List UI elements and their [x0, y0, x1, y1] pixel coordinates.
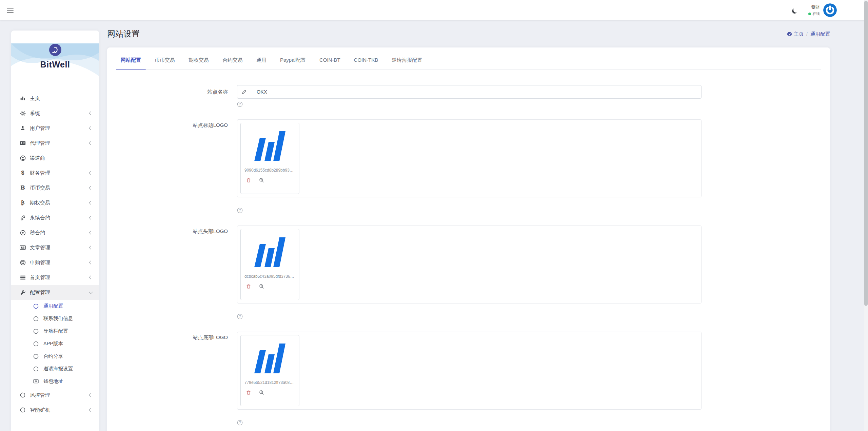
- help-row: ?: [237, 420, 821, 426]
- sidebar-item-7[interactable]: ₿ 期权交易: [11, 195, 99, 210]
- money-bill-icon: [33, 379, 39, 384]
- sidebar-item-5[interactable]: $ 财务管理: [11, 165, 99, 180]
- page-title: 网站设置: [107, 28, 140, 39]
- user-name: 發財: [811, 4, 820, 10]
- circle-icon: [33, 354, 39, 359]
- id-card-icon: [19, 140, 26, 146]
- newspaper-icon: [19, 245, 26, 250]
- circle-icon: [33, 316, 39, 321]
- sidebar-item-12[interactable]: 首页管理: [11, 270, 99, 285]
- sidebar-item-label: 风控管理: [30, 392, 90, 398]
- user-circle-icon: [19, 155, 26, 161]
- brand-logo-icon: [49, 43, 62, 56]
- tab-5[interactable]: Paypal配置: [275, 57, 311, 69]
- sidebar-item-label: 用户管理: [30, 125, 90, 132]
- delete-logo-button[interactable]: [246, 284, 251, 289]
- help-icon[interactable]: ?: [237, 314, 243, 319]
- tab-1[interactable]: 币币交易: [150, 57, 180, 69]
- sidebar-subitem-6[interactable]: 钱包地址: [11, 375, 99, 388]
- tab-3[interactable]: 合约交易: [218, 57, 248, 69]
- chevron-icon: [89, 141, 93, 145]
- pencil-icon: [241, 89, 247, 95]
- sidebar-subitem-3[interactable]: APP版本: [11, 337, 99, 350]
- chevron-icon: [89, 246, 93, 249]
- menu-toggle-button[interactable]: [7, 8, 14, 13]
- circle-icon: [33, 303, 39, 309]
- circle-icon: [33, 329, 39, 334]
- sidebar-item-label: 渠道商: [30, 155, 92, 161]
- help-icon[interactable]: ?: [237, 208, 243, 213]
- delete-logo-button[interactable]: [246, 390, 251, 395]
- settings-form: 站点名称 ? 站点标题LOGO: [116, 70, 821, 426]
- trash-icon: [246, 284, 251, 289]
- site-name-input[interactable]: [251, 85, 701, 98]
- logo-upload-row: 站点头部LOGO dcbcab5c43a095dfd373644...: [116, 226, 821, 303]
- list-icon: [19, 275, 26, 280]
- svg-text:?: ?: [239, 102, 241, 106]
- preview-logo-button[interactable]: [259, 178, 264, 183]
- sidebar-subitem-label: 邀请海报设置: [43, 366, 73, 372]
- sidebar-menu: 主页 系统 用户管理 代理管理 渠道商 $ 财务管理 B 币币交易 ₿ 期权交易…: [11, 83, 99, 417]
- sidebar-item-14[interactable]: 风控管理: [11, 388, 99, 403]
- sidebar-item-10[interactable]: 文章管理: [11, 240, 99, 255]
- sidebar-subitem-label: APP版本: [43, 340, 63, 347]
- tab-0[interactable]: 网站配置: [116, 57, 146, 69]
- letter-b-icon: B: [19, 185, 26, 191]
- sidebar-item-label: 代理管理: [30, 140, 90, 146]
- tab-2[interactable]: 期权交易: [184, 57, 214, 69]
- tab-8[interactable]: 邀请海报配置: [387, 57, 427, 69]
- brand: BitWell: [11, 43, 99, 83]
- delete-logo-button[interactable]: [246, 178, 251, 183]
- sidebar: BitWell 主页 系统 用户管理 代理管理 渠道商 $ 财务管理 B 币币交…: [11, 31, 99, 431]
- avatar[interactable]: [823, 3, 837, 17]
- help-row: ?: [237, 314, 821, 319]
- sidebar-item-4[interactable]: 渠道商: [11, 151, 99, 165]
- sidebar-item-1[interactable]: 系统: [11, 106, 99, 121]
- sidebar-item-9[interactable]: 秒合约: [11, 225, 99, 240]
- tab-4[interactable]: 通用: [252, 57, 271, 69]
- sidebar-item-3[interactable]: 代理管理: [11, 136, 99, 151]
- sidebar-subitem-0[interactable]: 通用配置: [11, 300, 99, 312]
- sidebar-item-8[interactable]: 永续合约: [11, 210, 99, 225]
- sidebar-subitem-label: 钱包地址: [43, 378, 63, 385]
- chevron-icon: [89, 260, 93, 264]
- gear-icon: [19, 111, 26, 116]
- svg-text:?: ?: [239, 315, 241, 318]
- site-name-label: 站点名称: [116, 89, 237, 95]
- chevron-icon: [89, 408, 93, 412]
- brand-name: BitWell: [11, 60, 99, 70]
- sidebar-subitem-2[interactable]: 导航栏配置: [11, 325, 99, 337]
- dark-mode-toggle[interactable]: [791, 6, 799, 14]
- sidebar-item-11[interactable]: 申购管理: [11, 255, 99, 270]
- user-tie-icon: [19, 125, 26, 131]
- help-icon[interactable]: ?: [237, 101, 243, 107]
- sidebar-item-13[interactable]: 配置管理: [11, 285, 99, 300]
- input-addon: [237, 85, 251, 98]
- sidebar-subitem-4[interactable]: 合约分享: [11, 350, 99, 363]
- help-icon[interactable]: ?: [237, 420, 243, 426]
- tab-bar: 网站配置币币交易期权交易合约交易通用Paypal配置COIN-BTCOIN-TK…: [116, 47, 821, 70]
- chevron-icon: [89, 393, 93, 397]
- sidebar-item-label: 配置管理: [30, 289, 90, 296]
- logo-label: 站点标题LOGO: [116, 119, 237, 197]
- page-scrollbar-thumb[interactable]: [864, 1, 868, 306]
- tab-6[interactable]: COIN-BT: [315, 57, 345, 69]
- preview-logo-button[interactable]: [259, 390, 264, 395]
- sidebar-item-label: 财务管理: [30, 170, 90, 176]
- sidebar-subitem-1[interactable]: 联系我们信息: [11, 312, 99, 325]
- preview-logo-button[interactable]: [259, 284, 264, 289]
- tab-7[interactable]: COIN-TKB: [349, 57, 383, 69]
- chevron-icon: [89, 290, 93, 294]
- logo-filename: 779e5b521d1812ff73a08de...: [244, 380, 295, 385]
- sidebar-item-2[interactable]: 用户管理: [11, 121, 99, 136]
- breadcrumb-home-link[interactable]: 主页: [787, 31, 804, 37]
- dashboard-icon: [787, 32, 792, 36]
- chevron-icon: [89, 171, 93, 175]
- logo-upload-card: 779e5b521d1812ff73a08de...: [240, 335, 299, 406]
- logo-label: 站点头部LOGO: [116, 226, 237, 303]
- chevron-icon: [89, 231, 93, 234]
- sidebar-item-0[interactable]: 主页: [11, 91, 99, 106]
- sidebar-subitem-5[interactable]: 邀请海报设置: [11, 363, 99, 375]
- sidebar-item-6[interactable]: B 币币交易: [11, 180, 99, 195]
- sidebar-item-15[interactable]: 智能矿机: [11, 403, 99, 417]
